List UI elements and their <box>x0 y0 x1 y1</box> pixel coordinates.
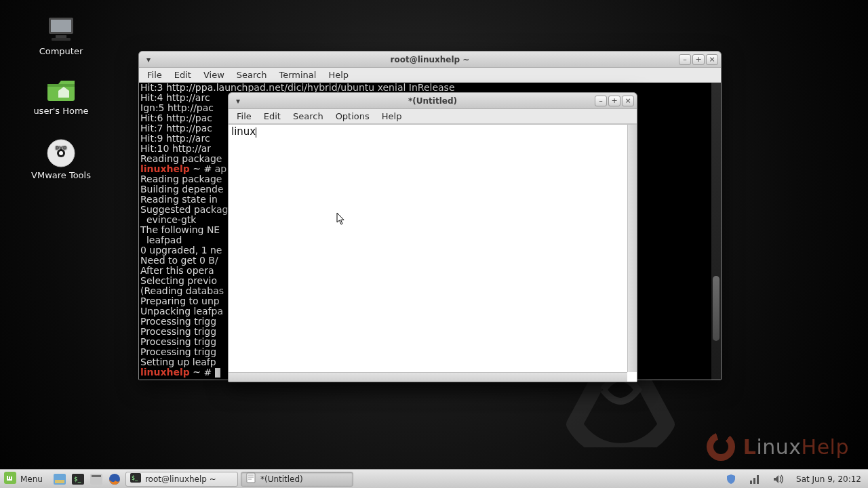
launcher-terminal[interactable]: $_ <box>70 472 86 487</box>
leafpad-icon <box>245 472 256 485</box>
menu-help[interactable]: Help <box>376 110 408 123</box>
menu-button[interactable]: Menu <box>0 472 50 486</box>
taskbar-item-terminal[interactable]: $_ root@linuxhelp ~ <box>125 472 238 487</box>
terminal-titlebar[interactable]: ▾ root@linuxhelp ~ – + × <box>139 52 721 68</box>
svg-rect-15 <box>92 475 101 477</box>
desktop-icon-computer[interactable]: Computer <box>20 15 102 56</box>
tray-network-icon[interactable] <box>747 472 763 487</box>
launcher-show-desktop[interactable] <box>52 472 68 487</box>
mouse-cursor <box>336 212 346 226</box>
minimize-button[interactable]: – <box>679 54 691 65</box>
dvd-icon: DVD <box>45 139 77 167</box>
leafpad-menubar: File Edit Search Options Help <box>229 109 637 124</box>
menu-terminal[interactable]: Terminal <box>273 68 321 81</box>
svg-text:DVD: DVD <box>55 145 66 150</box>
close-button[interactable]: × <box>622 96 634 106</box>
leafpad-text: linux <box>231 125 256 138</box>
menu-view[interactable]: View <box>198 68 230 81</box>
menu-search[interactable]: Search <box>231 68 273 81</box>
clock[interactable]: Sat Jun 9, 20:12 <box>796 474 861 484</box>
terminal-icon: $_ <box>130 473 141 485</box>
svg-rect-1 <box>51 20 71 32</box>
svg-rect-3 <box>52 38 71 41</box>
menu-label: Menu <box>20 474 43 484</box>
leafpad-window[interactable]: ▾ *(Untitled) – + × File Edit Search Opt… <box>228 92 637 382</box>
computer-icon <box>45 15 77 43</box>
system-tray: Sat Jun 9, 20:12 <box>721 472 868 487</box>
desktop-icon-home[interactable]: user's Home <box>20 75 102 116</box>
menu-edit[interactable]: Edit <box>258 110 286 123</box>
svg-text:$_: $_ <box>74 476 81 483</box>
svg-rect-22 <box>757 475 759 484</box>
menu-options[interactable]: Options <box>330 110 375 123</box>
scrollbar-thumb[interactable] <box>713 276 719 341</box>
linuxhelp-spiral-icon <box>707 432 735 461</box>
app-menu-icon[interactable]: ▾ <box>143 54 154 65</box>
menu-edit[interactable]: Edit <box>169 68 197 81</box>
svg-rect-21 <box>753 478 755 484</box>
panel: Menu $_ $_ root@linuxhelp ~ *(Untitled) … <box>0 469 868 488</box>
svg-text:$_: $_ <box>132 475 138 481</box>
desktop-icon-vmware-tools[interactable]: DVD VMware Tools <box>20 139 102 180</box>
menu-file[interactable]: File <box>231 110 257 123</box>
minimize-button[interactable]: – <box>595 96 607 106</box>
leafpad-text-area[interactable]: linux <box>229 124 637 382</box>
svg-rect-2 <box>56 35 66 38</box>
folder-home-icon <box>45 75 77 103</box>
task-label: *(Untitled) <box>260 474 303 484</box>
window-title: root@linuxhelp ~ <box>139 55 721 64</box>
launcher-firefox[interactable] <box>106 472 123 487</box>
terminal-scrollbar[interactable] <box>711 83 721 380</box>
text-caret <box>256 127 256 138</box>
terminal-menubar: File Edit View Search Terminal Help <box>139 68 721 83</box>
mint-logo-icon <box>4 472 16 486</box>
menu-file[interactable]: File <box>142 68 167 81</box>
watermark-linuxhelp: LinuxHelp <box>707 432 849 461</box>
leafpad-titlebar[interactable]: ▾ *(Untitled) – + × <box>229 93 637 109</box>
app-menu-icon[interactable]: ▾ <box>233 96 243 106</box>
svg-point-7 <box>59 151 63 155</box>
maximize-button[interactable]: + <box>608 96 620 106</box>
menu-help[interactable]: Help <box>323 68 354 81</box>
window-title: *(Untitled) <box>229 96 637 106</box>
desktop-icon-label: user's Home <box>33 106 88 116</box>
menu-search[interactable]: Search <box>288 110 329 123</box>
leafpad-scrollbar-vertical[interactable] <box>627 125 637 372</box>
desktop-icon-label: VMware Tools <box>31 170 91 180</box>
launcher-files[interactable] <box>88 472 104 487</box>
task-label: root@linuxhelp ~ <box>145 474 216 484</box>
taskbar-item-leafpad[interactable]: *(Untitled) <box>241 472 353 487</box>
close-button[interactable]: × <box>706 54 718 65</box>
desktop-icon-label: Computer <box>39 46 83 56</box>
maximize-button[interactable]: + <box>692 54 705 65</box>
leafpad-scrollbar-horizontal[interactable] <box>229 372 627 382</box>
tray-volume-icon[interactable] <box>770 472 787 487</box>
svg-rect-20 <box>750 481 752 484</box>
tray-shield-icon[interactable] <box>723 472 739 487</box>
svg-rect-11 <box>55 480 64 483</box>
svg-rect-19 <box>247 473 255 483</box>
